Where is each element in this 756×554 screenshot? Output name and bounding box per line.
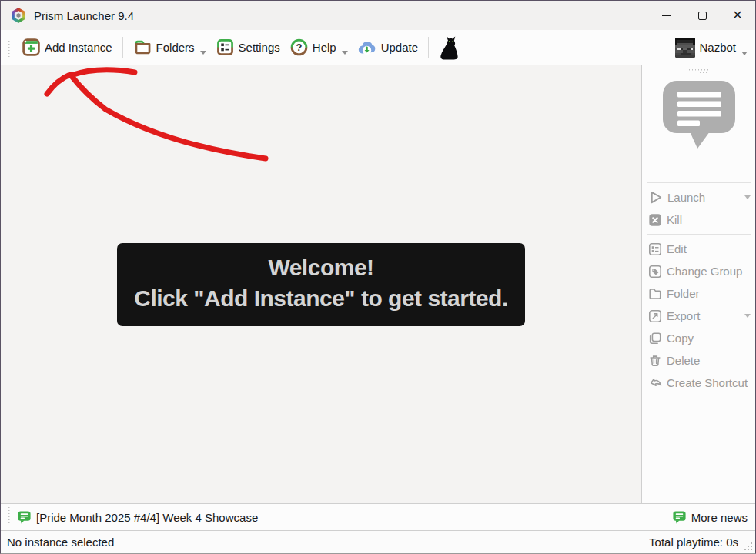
settings-icon bbox=[216, 38, 235, 57]
black-cat-icon bbox=[437, 35, 460, 61]
delete-label: Delete bbox=[667, 354, 700, 367]
change-group-label: Change Group bbox=[667, 265, 742, 278]
newsbar-drag-handle[interactable] bbox=[8, 507, 12, 527]
status-bar: No instance selected Total playtime: 0s bbox=[1, 530, 755, 553]
account-button[interactable]: Nazbot bbox=[671, 35, 752, 60]
changelog-bubble-icon bbox=[661, 79, 738, 150]
export-icon bbox=[648, 309, 662, 323]
launch-label: Launch bbox=[667, 191, 705, 204]
welcome-subtitle: Click "Add Instance" to get started. bbox=[134, 283, 508, 314]
help-label: Help bbox=[313, 41, 336, 54]
kill-button[interactable]: Kill bbox=[642, 209, 755, 231]
close-icon: ✕ bbox=[732, 9, 742, 22]
folders-button[interactable]: Folders bbox=[129, 35, 211, 59]
folder-button[interactable]: Folder bbox=[642, 282, 755, 305]
kill-label: Kill bbox=[667, 213, 682, 226]
folder-label: Folder bbox=[667, 287, 700, 300]
toolbar-separator bbox=[122, 37, 123, 58]
close-button[interactable]: ✕ bbox=[720, 1, 755, 30]
create-shortcut-button[interactable]: Create Shortcut bbox=[642, 372, 755, 394]
export-button[interactable]: Export bbox=[642, 305, 755, 327]
status-left-text: No instance selected bbox=[7, 536, 114, 549]
change-group-icon bbox=[648, 265, 662, 279]
more-news-label: More news bbox=[691, 511, 748, 524]
change-group-button[interactable]: Change Group bbox=[642, 260, 755, 282]
export-dropdown-icon bbox=[744, 314, 751, 318]
launch-dropdown-icon bbox=[744, 195, 751, 199]
folders-icon bbox=[133, 38, 152, 57]
folders-dropdown-icon bbox=[200, 51, 206, 55]
welcome-title: Welcome! bbox=[134, 252, 508, 283]
more-news-bubble-icon bbox=[672, 510, 687, 525]
delete-icon bbox=[648, 354, 662, 368]
settings-label: Settings bbox=[239, 41, 280, 54]
window-title: Prism Launcher 9.4 bbox=[34, 9, 134, 22]
svg-text:?: ? bbox=[296, 42, 302, 53]
account-dropdown-icon bbox=[741, 52, 748, 55]
folder-icon bbox=[648, 287, 662, 301]
edit-label: Edit bbox=[667, 242, 687, 255]
update-button[interactable]: Update bbox=[353, 35, 423, 60]
delete-button[interactable]: Delete bbox=[642, 349, 755, 372]
news-headline: [Pride Month 2025 #4/4] Week 4 Showcase bbox=[36, 511, 258, 524]
toolbar-drag-handle[interactable] bbox=[8, 38, 12, 58]
sidebar-separator bbox=[647, 182, 751, 183]
edit-button[interactable]: Edit bbox=[642, 238, 755, 260]
launch-button[interactable]: Launch bbox=[642, 186, 755, 209]
sidebar-drag-handle[interactable] bbox=[689, 69, 709, 73]
help-dropdown-icon bbox=[342, 51, 348, 55]
help-button[interactable]: ? Help bbox=[285, 35, 353, 59]
red-annotation-arrow bbox=[1, 65, 309, 189]
cat-toggle-button[interactable] bbox=[434, 33, 463, 62]
maximize-icon bbox=[698, 12, 707, 20]
kill-icon bbox=[648, 213, 662, 227]
app-window: Prism Launcher 9.4 ✕ Add Instance Folder bbox=[0, 0, 756, 554]
add-instance-label: Add Instance bbox=[45, 41, 112, 54]
window-resize-grip[interactable] bbox=[744, 542, 752, 550]
create-shortcut-icon bbox=[648, 376, 662, 390]
content-area: Welcome! Click "Add Instance" to get sta… bbox=[1, 65, 755, 503]
launch-icon bbox=[648, 190, 663, 205]
minimize-button[interactable] bbox=[649, 1, 684, 30]
edit-icon bbox=[648, 242, 662, 256]
news-bubble-icon bbox=[17, 510, 32, 525]
more-news-button[interactable]: More news bbox=[672, 510, 748, 525]
account-avatar bbox=[675, 38, 695, 58]
prism-launcher-logo-icon bbox=[11, 8, 26, 23]
create-shortcut-label: Create Shortcut bbox=[667, 376, 748, 389]
copy-button[interactable]: Copy bbox=[642, 327, 755, 349]
sidebar-separator bbox=[647, 234, 751, 235]
maximize-button[interactable] bbox=[684, 1, 720, 30]
instance-actions-sidebar: Launch Kill Edit bbox=[642, 65, 755, 503]
update-label: Update bbox=[381, 41, 418, 54]
account-label: Nazbot bbox=[699, 41, 736, 54]
folders-label: Folders bbox=[156, 41, 195, 54]
main-toolbar: Add Instance Folders Settings bbox=[1, 30, 755, 65]
settings-button[interactable]: Settings bbox=[211, 35, 285, 59]
help-icon: ? bbox=[289, 38, 309, 57]
minimize-icon bbox=[662, 15, 671, 16]
welcome-message-box: Welcome! Click "Add Instance" to get sta… bbox=[117, 243, 525, 326]
news-headline-button[interactable]: [Pride Month 2025 #4/4] Week 4 Showcase bbox=[17, 510, 258, 525]
copy-label: Copy bbox=[667, 332, 694, 345]
toolbar-separator bbox=[428, 37, 429, 58]
add-instance-button[interactable]: Add Instance bbox=[17, 35, 117, 59]
add-instance-icon bbox=[22, 38, 41, 57]
title-bar: Prism Launcher 9.4 ✕ bbox=[1, 1, 755, 30]
export-label: Export bbox=[667, 309, 700, 322]
status-playtime-text: Total playtime: 0s bbox=[649, 536, 738, 549]
news-toolbar: [Pride Month 2025 #4/4] Week 4 Showcase … bbox=[1, 503, 755, 530]
instance-view[interactable]: Welcome! Click "Add Instance" to get sta… bbox=[1, 65, 642, 503]
copy-icon bbox=[648, 332, 662, 345]
update-icon bbox=[357, 38, 377, 58]
